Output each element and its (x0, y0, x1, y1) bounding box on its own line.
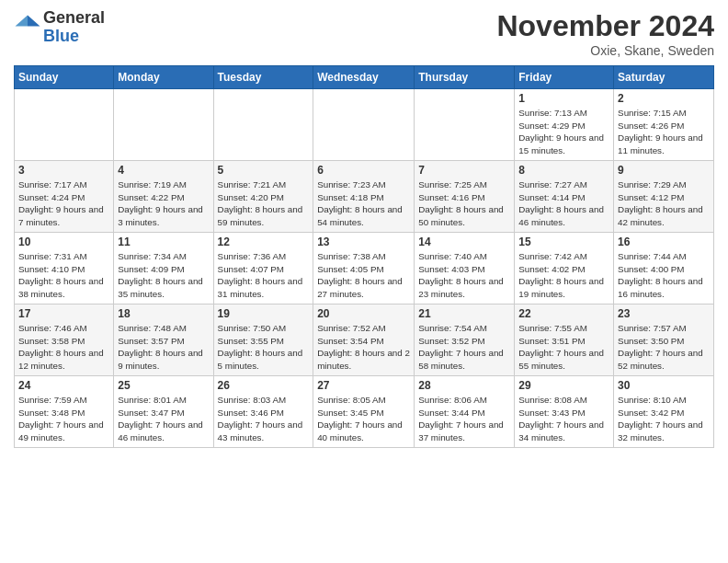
day-info: Sunrise: 7:46 AM Sunset: 3:58 PM Dayligh… (18, 322, 109, 373)
day-number: 5 (218, 164, 310, 177)
day-number: 25 (118, 379, 209, 392)
month-title: November 2024 (496, 9, 714, 43)
logo-general: General (43, 9, 105, 28)
logo-blue: Blue (43, 28, 105, 46)
table-row: 17Sunrise: 7:46 AM Sunset: 3:58 PM Dayli… (15, 304, 114, 376)
table-row: 9Sunrise: 7:29 AM Sunset: 4:12 PM Daylig… (614, 161, 714, 233)
day-info: Sunrise: 7:42 AM Sunset: 4:02 PM Dayligh… (518, 250, 609, 301)
calendar-week-row: 1Sunrise: 7:13 AM Sunset: 4:29 PM Daylig… (15, 89, 714, 161)
table-row: 29Sunrise: 8:08 AM Sunset: 3:43 PM Dayli… (515, 376, 614, 448)
table-row: 15Sunrise: 7:42 AM Sunset: 4:02 PM Dayli… (515, 233, 614, 304)
table-row: 23Sunrise: 7:57 AM Sunset: 3:50 PM Dayli… (614, 304, 714, 376)
table-row: 25Sunrise: 8:01 AM Sunset: 3:47 PM Dayli… (114, 376, 213, 448)
day-number: 18 (118, 307, 209, 320)
day-info: Sunrise: 7:19 AM Sunset: 4:22 PM Dayligh… (118, 178, 209, 229)
calendar: Sunday Monday Tuesday Wednesday Thursday… (14, 65, 714, 448)
day-number: 14 (418, 236, 510, 248)
day-number: 21 (418, 307, 510, 320)
day-number: 23 (618, 307, 710, 320)
table-row (415, 89, 515, 161)
table-row: 11Sunrise: 7:34 AM Sunset: 4:09 PM Dayli… (114, 233, 213, 304)
day-number: 2 (618, 92, 710, 105)
day-number: 15 (518, 236, 609, 248)
day-info: Sunrise: 8:08 AM Sunset: 3:43 PM Dayligh… (518, 394, 609, 444)
location: Oxie, Skane, Sweden (496, 43, 714, 58)
day-number: 13 (317, 236, 410, 248)
table-row: 26Sunrise: 8:03 AM Sunset: 3:46 PM Dayli… (213, 376, 313, 448)
col-tuesday: Tuesday (213, 66, 313, 89)
day-number: 28 (418, 379, 510, 392)
table-row: 24Sunrise: 7:59 AM Sunset: 3:48 PM Dayli… (15, 376, 114, 448)
col-thursday: Thursday (415, 66, 515, 89)
day-info: Sunrise: 7:52 AM Sunset: 3:54 PM Dayligh… (317, 322, 410, 373)
col-monday: Monday (114, 66, 213, 89)
svg-marker-0 (28, 15, 40, 26)
table-row: 2Sunrise: 7:15 AM Sunset: 4:26 PM Daylig… (614, 89, 714, 161)
header: General Blue November 2024 Oxie, Skane, … (14, 9, 714, 58)
col-friday: Friday (515, 66, 614, 89)
table-row: 30Sunrise: 8:10 AM Sunset: 3:42 PM Dayli… (614, 376, 714, 448)
calendar-week-row: 10Sunrise: 7:31 AM Sunset: 4:10 PM Dayli… (15, 233, 714, 304)
day-info: Sunrise: 7:27 AM Sunset: 4:14 PM Dayligh… (518, 178, 609, 229)
day-info: Sunrise: 7:48 AM Sunset: 3:57 PM Dayligh… (118, 322, 209, 373)
day-info: Sunrise: 8:01 AM Sunset: 3:47 PM Dayligh… (118, 394, 209, 444)
day-number: 10 (18, 236, 109, 248)
day-info: Sunrise: 7:50 AM Sunset: 3:55 PM Dayligh… (218, 322, 310, 373)
table-row: 18Sunrise: 7:48 AM Sunset: 3:57 PM Dayli… (114, 304, 213, 376)
day-number: 29 (518, 379, 609, 392)
day-info: Sunrise: 8:06 AM Sunset: 3:44 PM Dayligh… (418, 394, 510, 444)
day-number: 11 (118, 236, 209, 248)
col-wednesday: Wednesday (313, 66, 415, 89)
day-info: Sunrise: 7:21 AM Sunset: 4:20 PM Dayligh… (218, 178, 310, 229)
day-number: 9 (618, 164, 710, 177)
table-row: 20Sunrise: 7:52 AM Sunset: 3:54 PM Dayli… (313, 304, 415, 376)
table-row: 21Sunrise: 7:54 AM Sunset: 3:52 PM Dayli… (415, 304, 515, 376)
day-info: Sunrise: 7:55 AM Sunset: 3:51 PM Dayligh… (518, 322, 609, 373)
day-info: Sunrise: 7:34 AM Sunset: 4:09 PM Dayligh… (118, 250, 209, 301)
table-row: 10Sunrise: 7:31 AM Sunset: 4:10 PM Dayli… (15, 233, 114, 304)
calendar-week-row: 3Sunrise: 7:17 AM Sunset: 4:24 PM Daylig… (15, 161, 714, 233)
table-row: 8Sunrise: 7:27 AM Sunset: 4:14 PM Daylig… (515, 161, 614, 233)
table-row: 27Sunrise: 8:05 AM Sunset: 3:45 PM Dayli… (313, 376, 415, 448)
day-number: 1 (518, 92, 609, 105)
table-row (213, 89, 313, 161)
table-row: 7Sunrise: 7:25 AM Sunset: 4:16 PM Daylig… (415, 161, 515, 233)
table-row: 28Sunrise: 8:06 AM Sunset: 3:44 PM Dayli… (415, 376, 515, 448)
table-row (313, 89, 415, 161)
calendar-week-row: 17Sunrise: 7:46 AM Sunset: 3:58 PM Dayli… (15, 304, 714, 376)
table-row (114, 89, 213, 161)
day-number: 30 (618, 379, 710, 392)
day-info: Sunrise: 7:31 AM Sunset: 4:10 PM Dayligh… (18, 250, 109, 301)
day-info: Sunrise: 8:05 AM Sunset: 3:45 PM Dayligh… (317, 394, 410, 444)
day-number: 26 (218, 379, 310, 392)
col-sunday: Sunday (15, 66, 114, 89)
table-row: 6Sunrise: 7:23 AM Sunset: 4:18 PM Daylig… (313, 161, 415, 233)
calendar-week-row: 24Sunrise: 7:59 AM Sunset: 3:48 PM Dayli… (15, 376, 714, 448)
day-number: 16 (618, 236, 710, 248)
day-number: 8 (518, 164, 609, 177)
day-info: Sunrise: 7:15 AM Sunset: 4:26 PM Dayligh… (618, 107, 710, 157)
day-info: Sunrise: 7:54 AM Sunset: 3:52 PM Dayligh… (418, 322, 510, 373)
day-number: 17 (18, 307, 109, 320)
day-number: 27 (317, 379, 410, 392)
table-row: 13Sunrise: 7:38 AM Sunset: 4:05 PM Dayli… (313, 233, 415, 304)
logo-text: General Blue (43, 9, 105, 46)
day-number: 6 (317, 164, 410, 177)
table-row: 16Sunrise: 7:44 AM Sunset: 4:00 PM Dayli… (614, 233, 714, 304)
table-row: 14Sunrise: 7:40 AM Sunset: 4:03 PM Dayli… (415, 233, 515, 304)
day-number: 3 (18, 164, 109, 177)
table-row: 19Sunrise: 7:50 AM Sunset: 3:55 PM Dayli… (213, 304, 313, 376)
day-info: Sunrise: 7:17 AM Sunset: 4:24 PM Dayligh… (18, 178, 109, 229)
day-number: 22 (518, 307, 609, 320)
table-row: 1Sunrise: 7:13 AM Sunset: 4:29 PM Daylig… (515, 89, 614, 161)
day-info: Sunrise: 7:29 AM Sunset: 4:12 PM Dayligh… (618, 178, 710, 229)
day-info: Sunrise: 8:03 AM Sunset: 3:46 PM Dayligh… (218, 394, 310, 444)
day-info: Sunrise: 7:36 AM Sunset: 4:07 PM Dayligh… (218, 250, 310, 301)
day-info: Sunrise: 8:10 AM Sunset: 3:42 PM Dayligh… (618, 394, 710, 444)
day-info: Sunrise: 7:40 AM Sunset: 4:03 PM Dayligh… (418, 250, 510, 301)
table-row: 12Sunrise: 7:36 AM Sunset: 4:07 PM Dayli… (213, 233, 313, 304)
table-row: 3Sunrise: 7:17 AM Sunset: 4:24 PM Daylig… (15, 161, 114, 233)
day-number: 24 (18, 379, 109, 392)
day-info: Sunrise: 7:25 AM Sunset: 4:16 PM Dayligh… (418, 178, 510, 229)
title-block: November 2024 Oxie, Skane, Sweden (496, 9, 714, 58)
